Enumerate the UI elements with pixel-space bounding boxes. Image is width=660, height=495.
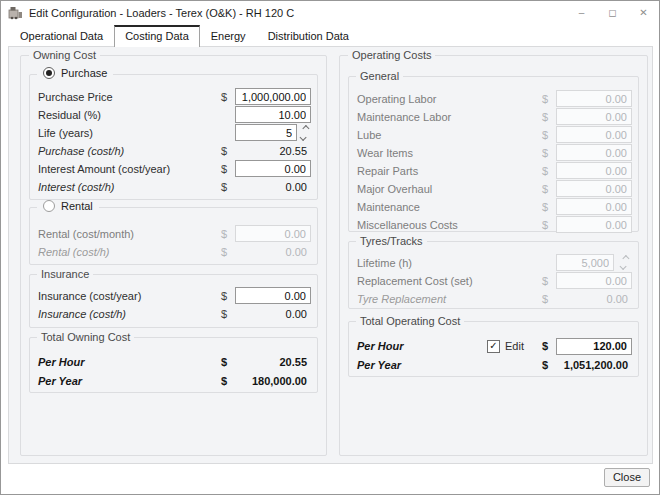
general-group: General Operating Labor $ Maintenance La… [348,76,639,232]
maintenance-labor-row: Maintenance Labor $ [355,108,632,125]
operating-labor-label: Operating Labor [355,93,542,105]
purchase-price-input[interactable] [235,88,311,105]
spinner-up-icon [622,255,629,262]
rental-hour-value: 0.00 [286,246,311,258]
total-operating-cost-group: Total Operating Cost Per Hour Edit $ Per… [348,321,639,377]
residual-input[interactable] [235,106,311,123]
major-overhaul-label: Major Overhaul [355,183,542,195]
maintenance-input [556,198,632,215]
currency-symbol: $ [542,359,556,371]
insurance-group: Insurance Insurance (cost/year) $ Insura… [29,274,318,328]
miscellaneous-costs-label: Miscellaneous Costs [355,219,542,231]
life-years-row: Life (years) [36,124,311,141]
owning-per-year-row: Per Year $ 180,000.00 [36,372,311,390]
repair-parts-label: Repair Parts [355,165,542,177]
interest-amount-row: Interest Amount (cost/year) $ [36,160,311,177]
miscellaneous-costs-input [556,216,632,233]
currency-symbol: $ [542,340,556,352]
insurance-hour-row: Insurance (cost/h) $ 0.00 [36,305,311,322]
operating-costs-group: Operating Costs General Operating Labor … [339,55,648,456]
spinner-up-icon[interactable] [302,124,309,131]
owning-per-year-value: 180,000.00 [252,375,311,387]
purchase-group: Purchase Purchase Price $ Residual (%) L… [29,74,318,200]
rental-month-row: Rental (cost/month) $ [36,225,311,242]
currency-symbol: $ [542,93,556,105]
owning-cost-group: Owning Cost Purchase Purchase Price $ Re… [20,55,327,456]
life-years-stepper[interactable] [297,124,311,141]
app-icon [8,5,23,20]
rental-group: Rental Rental (cost/month) $ Rental (cos… [29,207,318,265]
per-hour-label: Per Hour [355,340,487,352]
currency-symbol: $ [221,308,235,320]
owning-per-hour-value: 20.55 [279,356,311,368]
currency-symbol: $ [221,290,235,302]
currency-symbol: $ [221,181,235,193]
currency-symbol: $ [542,275,556,287]
window-title: Edit Configuration - Loaders - Terex (O&… [29,7,566,19]
residual-label: Residual (%) [36,109,221,121]
edit-checkbox[interactable] [487,340,500,353]
currency-symbol: $ [221,375,235,387]
currency-symbol: $ [221,246,235,258]
wear-items-row: Wear Items $ [355,144,632,161]
general-group-label: General [356,69,403,84]
replacement-cost-row: Replacement Cost (set) $ [355,272,632,289]
close-icon[interactable]: ✕ [628,1,659,24]
insurance-year-input[interactable] [235,287,311,304]
costing-data-page: Owning Cost Purchase Purchase Price $ Re… [8,46,653,464]
purchase-cost-h-row: Purchase (cost/h) $ 20.55 [36,142,311,159]
per-year-label: Per Year [355,359,542,371]
operating-per-year-value: 1,051,200.00 [564,359,632,371]
tab-energy[interactable]: Energy [200,25,257,47]
purchase-cost-h-label: Purchase (cost/h) [36,145,221,157]
interest-amount-label: Interest Amount (cost/year) [36,163,221,175]
tyre-replacement-row: Tyre Replacement $ 0.00 [355,290,632,307]
operating-per-hour-row: Per Hour Edit $ [355,337,632,355]
currency-symbol: $ [542,183,556,195]
operating-per-year-row: Per Year $ 1,051,200.00 [355,356,632,374]
major-overhaul-input [556,180,632,197]
tyres-tracks-label: Tyres/Tracks [356,234,427,249]
maintenance-row: Maintenance $ [355,198,632,215]
replacement-cost-input [556,272,632,289]
tab-distribution-data[interactable]: Distribution Data [257,25,360,47]
spinner-down-icon [619,263,626,270]
maximize-icon[interactable]: ◻ [597,1,628,24]
life-years-label: Life (years) [36,127,221,139]
life-years-input[interactable] [235,124,297,141]
currency-symbol: $ [221,228,235,240]
edit-configuration-dialog: Edit Configuration - Loaders - Terex (O&… [0,0,660,495]
repair-parts-input [556,162,632,179]
lube-input [556,126,632,143]
miscellaneous-costs-row: Miscellaneous Costs $ [355,216,632,233]
currency-symbol: $ [221,145,235,157]
repair-parts-row: Repair Parts $ [355,162,632,179]
operating-costs-label: Operating Costs [348,48,435,63]
spinner-down-icon[interactable] [299,133,306,140]
lifetime-row: Lifetime (h) [355,254,632,271]
tyres-tracks-group: Tyres/Tracks Lifetime (h) Replacement Co… [348,241,639,309]
maintenance-label: Maintenance [355,201,542,213]
major-overhaul-row: Major Overhaul $ [355,180,632,197]
insurance-year-label: Insurance (cost/year) [36,290,221,302]
currency-symbol: $ [221,356,235,368]
tab-operational-data[interactable]: Operational Data [9,25,114,47]
lube-row: Lube $ [355,126,632,143]
operating-per-hour-input[interactable] [556,338,632,355]
residual-row: Residual (%) [36,106,311,123]
tyre-replacement-value: 0.00 [607,293,632,305]
close-button[interactable]: Close [604,468,650,487]
currency-symbol: $ [542,111,556,123]
minimize-icon[interactable]: – [566,1,597,24]
wear-items-label: Wear Items [355,147,542,159]
lifetime-stepper [618,254,630,271]
interest-amount-input[interactable] [235,160,311,177]
operating-labor-input [556,90,632,107]
rental-radio[interactable] [43,200,55,212]
tab-costing-data[interactable]: Costing Data [114,25,200,47]
per-year-label: Per Year [36,375,221,387]
purchase-radio[interactable] [43,67,55,79]
rental-hour-label: Rental (cost/h) [36,246,221,258]
currency-symbol: $ [542,219,556,231]
currency-symbol: $ [221,91,235,103]
